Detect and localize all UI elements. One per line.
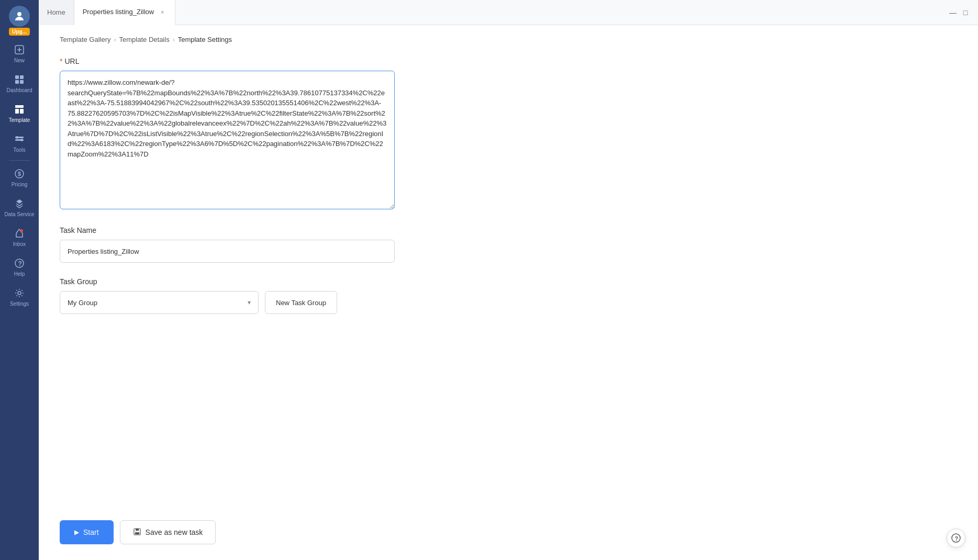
sidebar-item-pricing-label: Pricing: [12, 182, 28, 187]
help-icon: ?: [14, 257, 25, 269]
task-group-label: Task Group: [60, 277, 957, 286]
sidebar-item-help-label: Help: [14, 271, 25, 277]
breadcrumb-template-details[interactable]: Template Details: [119, 36, 170, 43]
sidebar-item-new-label: New: [14, 58, 25, 63]
avatar: [9, 6, 30, 27]
breadcrumb: Template Gallery › Template Details › Te…: [39, 25, 978, 52]
svg-rect-5: [20, 75, 24, 79]
breadcrumb-sep-2: ›: [173, 36, 175, 43]
sidebar: Upg... New Dashboard: [0, 0, 39, 560]
play-icon: ▶: [74, 529, 79, 536]
svg-point-0: [17, 12, 21, 16]
form-content: * URL https://www.zillow.com/newark-de/?…: [39, 52, 978, 520]
content-area: Template Gallery › Template Details › Te…: [39, 25, 978, 560]
new-icon: [14, 44, 25, 55]
save-as-new-task-label: Save as new task: [146, 528, 203, 536]
window-controls: — □: [949, 8, 978, 17]
chevron-down-icon: ▾: [248, 299, 251, 306]
tab-properties-listing[interactable]: Properties listing_Zillow ×: [74, 0, 176, 25]
svg-point-17: [20, 229, 23, 232]
pricing-icon: $: [14, 168, 25, 180]
tab-home-label: Home: [47, 8, 65, 16]
tab-home[interactable]: Home: [39, 0, 74, 25]
svg-rect-23: [135, 532, 139, 534]
task-name-input[interactable]: [60, 240, 395, 263]
sidebar-item-settings-label: Settings: [10, 301, 29, 307]
breadcrumb-current: Template Settings: [178, 36, 232, 43]
maximize-button[interactable]: □: [961, 8, 970, 17]
data-service-icon: [14, 198, 25, 209]
task-group-field-group: Task Group My Group ▾ New Task Group: [60, 277, 957, 314]
sidebar-item-data-service[interactable]: Data Service: [0, 193, 39, 222]
help-float-button[interactable]: ?: [947, 529, 965, 547]
save-as-new-task-button[interactable]: Save as new task: [120, 520, 216, 544]
settings-icon: [14, 287, 25, 299]
tab-active-label: Properties listing_Zillow: [83, 8, 154, 16]
sidebar-item-tools[interactable]: Tools: [0, 128, 39, 158]
task-name-field-group: Task Name: [60, 226, 957, 263]
upgrade-button[interactable]: Upg...: [9, 28, 30, 36]
svg-point-20: [18, 292, 21, 295]
url-label: * URL: [60, 57, 957, 65]
minimize-button[interactable]: —: [949, 8, 957, 17]
sidebar-divider-1: [9, 160, 30, 161]
task-group-row: My Group ▾ New Task Group: [60, 291, 957, 314]
svg-rect-13: [16, 136, 18, 139]
url-required-marker: *: [60, 57, 62, 65]
save-icon: [133, 528, 141, 537]
url-field-group: * URL https://www.zillow.com/newark-de/?…: [60, 57, 957, 211]
title-bar: Home Properties listing_Zillow × — □: [39, 0, 978, 25]
svg-text:?: ?: [955, 535, 959, 542]
inbox-icon: [14, 228, 25, 239]
sidebar-item-settings[interactable]: Settings: [0, 282, 39, 312]
svg-rect-9: [15, 109, 19, 114]
sidebar-item-new[interactable]: New: [0, 39, 39, 69]
template-icon: [14, 104, 25, 115]
svg-rect-7: [20, 80, 24, 84]
breadcrumb-sep-1: ›: [114, 36, 116, 43]
sidebar-item-help[interactable]: ? Help: [0, 252, 39, 282]
svg-rect-14: [21, 139, 23, 141]
user-avatar-section: Upg...: [0, 0, 39, 39]
url-input[interactable]: https://www.zillow.com/newark-de/?search…: [60, 71, 395, 209]
main-area: Home Properties listing_Zillow × — □ Tem…: [39, 0, 978, 560]
dashboard-icon: [14, 74, 25, 85]
sidebar-item-inbox-label: Inbox: [13, 241, 26, 247]
sidebar-item-dashboard-label: Dashboard: [7, 87, 32, 93]
breadcrumb-template-gallery[interactable]: Template Gallery: [60, 36, 111, 43]
sidebar-item-data-service-label: Data Service: [4, 211, 34, 217]
tools-icon: [14, 133, 25, 145]
sidebar-item-template-label: Template: [9, 117, 30, 123]
task-group-selected-value: My Group: [68, 299, 97, 307]
url-label-text: URL: [64, 57, 79, 65]
svg-rect-8: [15, 105, 24, 108]
sidebar-item-tools-label: Tools: [13, 147, 25, 153]
svg-rect-22: [136, 529, 139, 531]
form-actions: ▶ Start Save as new task: [39, 520, 978, 560]
task-name-label: Task Name: [60, 226, 957, 234]
start-button[interactable]: ▶ Start: [60, 520, 114, 544]
new-task-group-button[interactable]: New Task Group: [265, 291, 337, 314]
task-group-select[interactable]: My Group ▾: [60, 291, 259, 314]
tab-close-button[interactable]: ×: [158, 8, 166, 16]
sidebar-item-pricing[interactable]: $ Pricing: [0, 163, 39, 193]
sidebar-item-template[interactable]: Template: [0, 98, 39, 128]
start-button-label: Start: [83, 528, 99, 536]
sidebar-item-dashboard[interactable]: Dashboard: [0, 69, 39, 98]
svg-text:$: $: [18, 171, 21, 177]
svg-rect-4: [15, 75, 19, 79]
svg-text:?: ?: [18, 260, 22, 267]
svg-rect-6: [15, 80, 19, 84]
svg-rect-10: [20, 109, 24, 114]
sidebar-item-inbox[interactable]: Inbox: [0, 222, 39, 252]
